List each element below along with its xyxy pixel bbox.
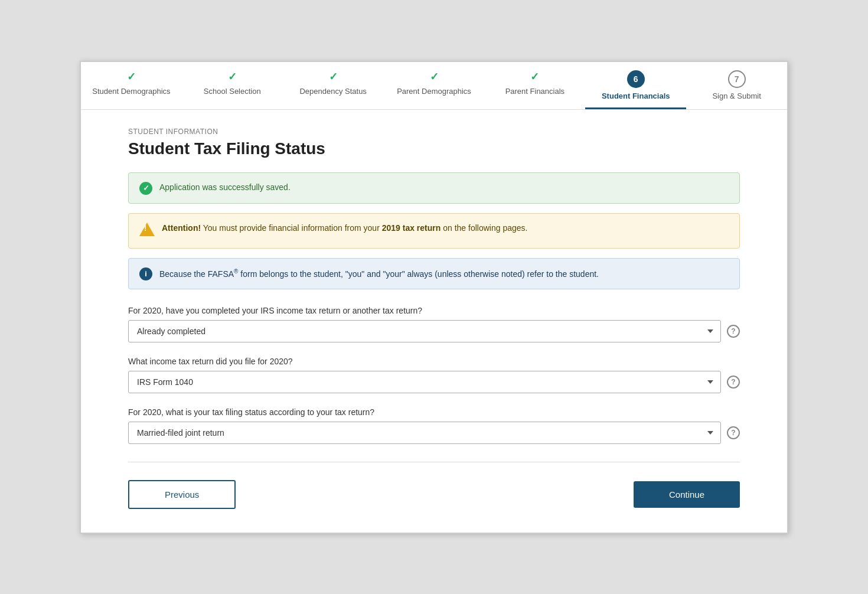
form-group-q2: What income tax return did you file for …: [128, 357, 740, 393]
q3-select[interactable]: Married-filed joint return Single Marrie…: [128, 422, 721, 444]
q2-label: What income tax return did you file for …: [128, 357, 740, 366]
success-alert-text: Application was successfully saved.: [159, 181, 291, 194]
step2-label: School Selection: [204, 87, 261, 96]
q1-select-row: Already completed Will file Not going to…: [128, 320, 740, 342]
success-alert: ✓ Application was successfully saved.: [128, 172, 740, 204]
check-circle-icon: ✓: [139, 182, 152, 195]
section-divider: [128, 462, 740, 462]
step2-icon: ✓: [228, 70, 237, 83]
section-label: STUDENT INFORMATION: [128, 128, 740, 136]
form-group-q1: For 2020, have you completed your IRS in…: [128, 306, 740, 342]
q1-help-icon[interactable]: ?: [727, 325, 740, 338]
nav-step-school-selection[interactable]: ✓ School Selection: [182, 62, 283, 109]
step3-label: Dependency Status: [299, 87, 366, 96]
q2-select[interactable]: IRS Form 1040 IRS Form 1040A IRS Form 10…: [128, 371, 721, 393]
step7-label: Sign & Submit: [712, 92, 761, 100]
q3-select-row: Married-filed joint return Single Marrie…: [128, 422, 740, 444]
page-title: Student Tax Filing Status: [128, 139, 740, 158]
info-alert-text: Because the FAFSA® form belongs to the s…: [159, 267, 599, 280]
nav-step-parent-financials[interactable]: ✓ Parent Financials: [484, 62, 585, 109]
q2-help-icon[interactable]: ?: [727, 376, 740, 389]
step7-circle: 7: [728, 70, 746, 88]
step6-circle: 6: [627, 70, 645, 88]
info-alert: i Because the FAFSA® form belongs to the…: [128, 258, 740, 289]
step5-icon: ✓: [530, 70, 539, 83]
nav-step-dependency-status[interactable]: ✓ Dependency Status: [283, 62, 384, 109]
q1-label: For 2020, have you completed your IRS in…: [128, 306, 740, 315]
warning-alert: Attention! You must provide financial in…: [128, 213, 740, 249]
page-container: ✓ Student Demographics ✓ School Selectio…: [80, 61, 788, 534]
nav-step-student-demographics[interactable]: ✓ Student Demographics: [81, 62, 182, 109]
q2-select-row: IRS Form 1040 IRS Form 1040A IRS Form 10…: [128, 371, 740, 393]
step3-icon: ✓: [329, 70, 338, 83]
info-circle-icon: i: [139, 267, 152, 280]
step4-icon: ✓: [430, 70, 439, 83]
progress-nav: ✓ Student Demographics ✓ School Selectio…: [81, 62, 787, 110]
step1-label: Student Demographics: [92, 87, 170, 96]
step4-label: Parent Demographics: [397, 87, 471, 96]
step5-label: Parent Financials: [505, 87, 564, 96]
step1-icon: ✓: [127, 70, 136, 83]
nav-step-student-financials[interactable]: 6 Student Financials: [585, 62, 686, 109]
nav-step-parent-demographics[interactable]: ✓ Parent Demographics: [384, 62, 485, 109]
continue-button[interactable]: Continue: [634, 481, 740, 508]
step6-label: Student Financials: [602, 92, 670, 100]
form-group-q3: For 2020, what is your tax filing status…: [128, 407, 740, 444]
q1-select[interactable]: Already completed Will file Not going to…: [128, 320, 721, 342]
form-section: For 2020, have you completed your IRS in…: [128, 306, 740, 444]
main-content: STUDENT INFORMATION Student Tax Filing S…: [81, 110, 787, 533]
nav-step-sign-submit[interactable]: 7 Sign & Submit: [686, 62, 787, 109]
btn-row: Previous Continue: [128, 480, 740, 509]
previous-button[interactable]: Previous: [128, 480, 236, 509]
q3-label: For 2020, what is your tax filing status…: [128, 407, 740, 417]
warning-alert-text: Attention! You must provide financial in…: [162, 222, 527, 234]
warning-triangle-icon: [139, 223, 155, 236]
q3-help-icon[interactable]: ?: [727, 426, 740, 439]
